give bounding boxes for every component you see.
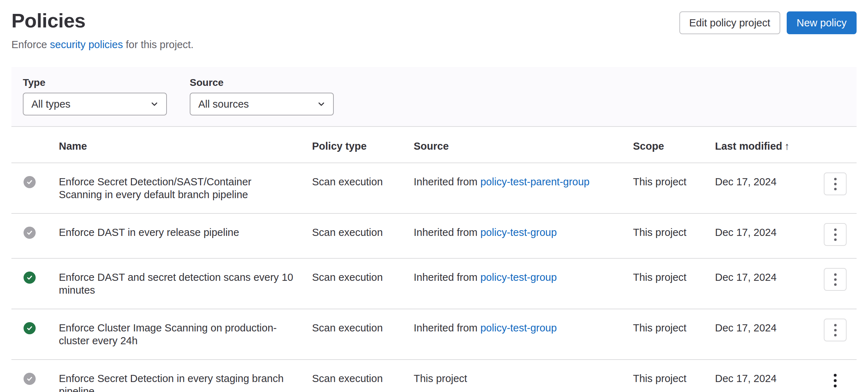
chevron-down-icon — [150, 99, 159, 109]
kebab-dot — [834, 324, 837, 326]
kebab-dot — [834, 379, 837, 382]
policy-source-cell: Inherited from policy-test-parent-group — [414, 163, 633, 213]
kebab-dot — [834, 178, 837, 180]
policy-table-row[interactable]: Enforce Cluster Image Scanning on produc… — [11, 309, 857, 360]
policy-scope: This project — [633, 373, 686, 384]
source-text: Inherited from — [414, 227, 480, 238]
policy-type: Scan execution — [312, 322, 383, 334]
policy-table-row[interactable]: Enforce Secret Detection/SAST/Container … — [11, 163, 857, 213]
policy-source-cell: This project — [414, 360, 633, 392]
policy-last-modified-cell: Dec 17, 2024 — [715, 309, 813, 360]
policy-type-cell: Scan execution — [312, 309, 414, 360]
policy-name-cell: Enforce Cluster Image Scanning on produc… — [59, 309, 312, 360]
kebab-dot — [834, 273, 837, 276]
last-modified-date: Dec 17, 2024 — [715, 373, 777, 384]
source-filter-value: All sources — [198, 98, 249, 110]
chevron-down-icon — [317, 99, 326, 109]
policy-actions-cell — [813, 163, 857, 213]
policy-name-cell: Enforce Secret Detection/SAST/Container … — [59, 163, 312, 213]
last-modified-date: Dec 17, 2024 — [715, 322, 777, 334]
source-filter-dropdown[interactable]: All sources — [190, 93, 334, 115]
kebab-dot — [834, 233, 837, 236]
kebab-dot — [834, 188, 837, 190]
policy-type-cell: Scan execution — [312, 360, 414, 392]
kebab-dot — [834, 385, 837, 387]
source-text: Inherited from — [414, 322, 480, 334]
row-actions-kebab-button[interactable] — [824, 268, 847, 291]
kebab-dot — [834, 334, 837, 336]
status-check-icon — [24, 272, 36, 284]
name-column-header: Name — [59, 127, 312, 163]
policy-actions-cell — [813, 360, 857, 392]
actions-column-header — [813, 127, 857, 163]
policy-scope-cell: This project — [633, 163, 715, 213]
policy-scope-cell: This project — [633, 213, 715, 258]
policy-type: Scan execution — [312, 272, 383, 283]
policy-type-column-header: Policy type — [312, 127, 414, 163]
source-group-link[interactable]: policy-test-parent-group — [480, 176, 589, 187]
last-modified-date: Dec 17, 2024 — [715, 176, 777, 187]
filter-bar: Type All types Source All sources — [11, 67, 857, 126]
policy-name: Enforce DAST and secret detection scans … — [59, 271, 295, 296]
policy-source-cell: Inherited from policy-test-group — [414, 213, 633, 258]
policy-actions-cell — [813, 309, 857, 360]
subtitle-text-prefix: Enforce — [11, 39, 50, 50]
policy-source-cell: Inherited from policy-test-group — [414, 309, 633, 360]
row-actions-kebab-button[interactable] — [824, 319, 847, 341]
source-text: Inherited from — [414, 272, 480, 283]
kebab-dot — [834, 238, 837, 241]
policy-name: Enforce Secret Detection/SAST/Container … — [59, 175, 295, 201]
policy-type: Scan execution — [312, 176, 383, 187]
source-group-link[interactable]: policy-test-group — [480, 227, 557, 238]
policy-status-cell — [11, 258, 59, 309]
policy-last-modified-cell: Dec 17, 2024 — [715, 360, 813, 392]
policy-scope: This project — [633, 176, 686, 187]
kebab-dot — [834, 374, 837, 377]
policy-scope: This project — [633, 227, 686, 238]
policy-table-row[interactable]: Enforce DAST in every release pipeline S… — [11, 213, 857, 258]
last-modified-column-header[interactable]: Last modified↑ — [715, 127, 813, 163]
source-text: This project — [414, 373, 467, 384]
policy-table-row[interactable]: Enforce Secret Detection in every stagin… — [11, 360, 857, 392]
kebab-dot — [834, 278, 837, 281]
policy-type-cell: Scan execution — [312, 163, 414, 213]
status-check-icon — [24, 176, 36, 188]
row-actions-kebab-button[interactable] — [824, 369, 847, 392]
policy-scope: This project — [633, 322, 686, 334]
policies-table: Name Policy type Source Scope Last modif… — [11, 126, 857, 392]
policy-type: Scan execution — [312, 227, 383, 238]
policy-status-cell — [11, 309, 59, 360]
policies-page: Policies Edit policy project New policy … — [0, 0, 868, 392]
policy-status-cell — [11, 213, 59, 258]
policy-status-cell — [11, 360, 59, 392]
last-modified-date: Dec 17, 2024 — [715, 227, 777, 238]
status-column-header — [11, 127, 59, 163]
row-actions-kebab-button[interactable] — [824, 223, 847, 246]
policy-name-cell: Enforce DAST in every release pipeline — [59, 213, 312, 258]
policy-scope: This project — [633, 272, 686, 283]
security-policies-link[interactable]: security policies — [50, 39, 123, 50]
policy-table-row[interactable]: Enforce DAST and secret detection scans … — [11, 258, 857, 309]
edit-policy-project-button[interactable]: Edit policy project — [679, 11, 780, 34]
policy-name: Enforce DAST in every release pipeline — [59, 226, 239, 239]
policy-last-modified-cell: Dec 17, 2024 — [715, 258, 813, 309]
kebab-dot — [834, 329, 837, 331]
new-policy-button[interactable]: New policy — [787, 11, 857, 34]
policy-last-modified-cell: Dec 17, 2024 — [715, 213, 813, 258]
policy-actions-cell — [813, 258, 857, 309]
policy-scope-cell: This project — [633, 360, 715, 392]
type-filter-value: All types — [31, 98, 71, 110]
policy-source-cell: Inherited from policy-test-group — [414, 258, 633, 309]
sort-ascending-icon: ↑ — [785, 140, 790, 152]
policy-type-cell: Scan execution — [312, 258, 414, 309]
type-filter-label: Type — [23, 76, 167, 89]
page-title: Policies — [11, 8, 86, 33]
source-group-link[interactable]: policy-test-group — [480, 322, 557, 334]
policy-last-modified-cell: Dec 17, 2024 — [715, 163, 813, 213]
type-filter-dropdown[interactable]: All types — [23, 93, 167, 115]
source-group-link[interactable]: policy-test-group — [480, 272, 557, 283]
last-modified-header-label: Last modified — [715, 140, 782, 152]
row-actions-kebab-button[interactable] — [824, 172, 847, 195]
kebab-dot — [834, 283, 837, 286]
policy-name-cell: Enforce Secret Detection in every stagin… — [59, 360, 312, 392]
